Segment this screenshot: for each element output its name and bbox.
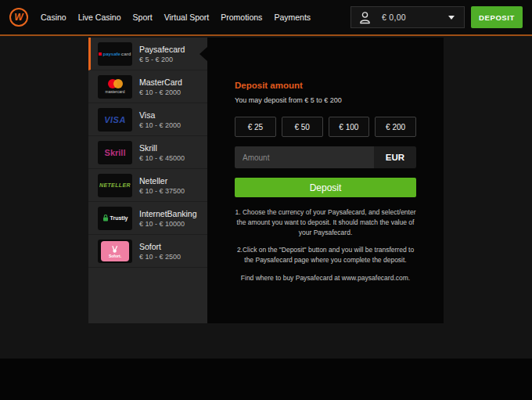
- balance-value: € 0,00: [382, 13, 406, 22]
- sofort-hand-icon: [110, 244, 120, 254]
- nav-item-payments[interactable]: Payments: [274, 13, 311, 22]
- sofort-logo-icon: Sofort.: [98, 240, 132, 263]
- method-name: Neteller: [139, 176, 185, 186]
- deposit-range-subtitle: You may deposit from € 5 to € 200: [235, 96, 416, 104]
- chevron-down-icon: [448, 16, 455, 20]
- method-internetbanking[interactable]: Trustly InternetBanking € 10 - € 10000: [88, 202, 207, 235]
- paysafecard-logo-text2: card: [121, 52, 131, 56]
- amount-input[interactable]: [235, 146, 374, 168]
- method-range: € 10 - € 2500: [139, 253, 181, 261]
- method-range: € 10 - € 10000: [139, 220, 197, 228]
- method-name: Sofort: [139, 242, 181, 251]
- method-name: Visa: [139, 110, 181, 120]
- method-neteller[interactable]: NETELLER Neteller € 10 - € 37500: [88, 169, 207, 202]
- nav-item-sport[interactable]: Sport: [133, 13, 153, 22]
- method-range: € 10 - € 2000: [139, 88, 182, 96]
- method-sofort[interactable]: Sofort. Sofort € 10 - € 2500: [88, 235, 207, 268]
- amount-input-row: EUR: [235, 146, 416, 168]
- preset-amounts: € 25 € 50 € 100 € 200: [235, 117, 416, 137]
- deposit-amount-title: Deposit amount: [235, 81, 416, 90]
- deposit-page-content: paysafecard Paysafecard € 5 - € 200 mast…: [88, 38, 444, 323]
- brand-logo-icon[interactable]: W: [9, 8, 28, 27]
- nav-item-virtual-sport[interactable]: Virtual Sport: [164, 13, 210, 22]
- brand-letter: W: [14, 12, 23, 23]
- visa-logo-icon: VISA: [98, 108, 132, 132]
- trustly-lock-icon: [102, 214, 109, 222]
- user-icon: [359, 11, 371, 24]
- method-visa[interactable]: VISA Visa € 10 - € 2000: [88, 103, 207, 136]
- method-range: € 10 - € 45000: [139, 154, 185, 162]
- method-range: € 10 - € 37500: [139, 187, 185, 195]
- method-name: MasterCard: [139, 77, 182, 87]
- paysafecard-mark-icon: [99, 52, 102, 56]
- method-paysafecard[interactable]: paysafecard Paysafecard € 5 - € 200: [88, 38, 207, 70]
- navbar-right: € 0,00 DEPOSIT: [350, 6, 523, 28]
- top-navbar: W Casino Live Casino Sport Virtual Sport…: [0, 0, 532, 36]
- method-skrill[interactable]: Skrill Skrill € 10 - € 45000: [88, 136, 207, 169]
- nav-item-promotions[interactable]: Promotions: [221, 13, 262, 22]
- footer: [0, 359, 532, 400]
- main-nav: Casino Live Casino Sport Virtual Sport P…: [41, 13, 311, 22]
- payment-methods-sidebar: paysafecard Paysafecard € 5 - € 200 mast…: [88, 38, 207, 323]
- method-name: Skrill: [139, 143, 185, 153]
- account-balance-dropdown[interactable]: € 0,00: [350, 6, 465, 28]
- trustly-logo-text: Trustly: [110, 215, 128, 221]
- amount-chip-25[interactable]: € 25: [235, 117, 276, 137]
- deposit-panel: Deposit amount You may deposit from € 5 …: [207, 38, 444, 323]
- instruction-step-2: 2.Click on the "Deposit" button and you …: [235, 245, 416, 265]
- nav-item-casino[interactable]: Casino: [41, 13, 66, 22]
- amount-chip-100[interactable]: € 100: [329, 117, 370, 137]
- instruction-step-1: 1. Choose the currency of your Paysafeca…: [235, 207, 416, 237]
- deposit-button-top[interactable]: DEPOSIT: [471, 6, 523, 28]
- amount-chip-50[interactable]: € 50: [282, 117, 323, 137]
- method-name: InternetBanking: [139, 209, 197, 218]
- amount-chip-200[interactable]: € 200: [375, 117, 416, 137]
- mastercard-logo-text: mastercard: [105, 89, 124, 94]
- paysafecard-logo-icon: paysafecard: [98, 42, 132, 66]
- skrill-logo-icon: Skrill: [98, 141, 132, 164]
- skrill-logo-text: Skrill: [105, 148, 126, 157]
- sofort-logo-text: Sofort.: [109, 254, 121, 258]
- instruction-buy-info: Find where to buy Paysafecard at www.pay…: [235, 273, 416, 283]
- paysafecard-logo-text: paysafe: [102, 52, 120, 56]
- currency-label: EUR: [374, 146, 416, 168]
- trustly-logo-icon: Trustly: [98, 207, 132, 230]
- mastercard-logo-icon: mastercard: [98, 75, 132, 99]
- deposit-instructions: 1. Choose the currency of your Paysafeca…: [235, 207, 416, 283]
- visa-logo-text: VISA: [104, 115, 126, 124]
- method-range: € 10 - € 2000: [139, 121, 181, 129]
- method-range: € 5 - € 200: [139, 56, 185, 63]
- method-mastercard[interactable]: mastercard MasterCard € 10 - € 2000: [88, 70, 207, 103]
- neteller-logo-text: NETELLER: [99, 182, 131, 188]
- nav-item-live-casino[interactable]: Live Casino: [78, 13, 121, 22]
- method-name: Paysafecard: [139, 45, 185, 54]
- deposit-submit-button[interactable]: Deposit: [235, 178, 416, 197]
- neteller-logo-icon: NETELLER: [98, 174, 132, 197]
